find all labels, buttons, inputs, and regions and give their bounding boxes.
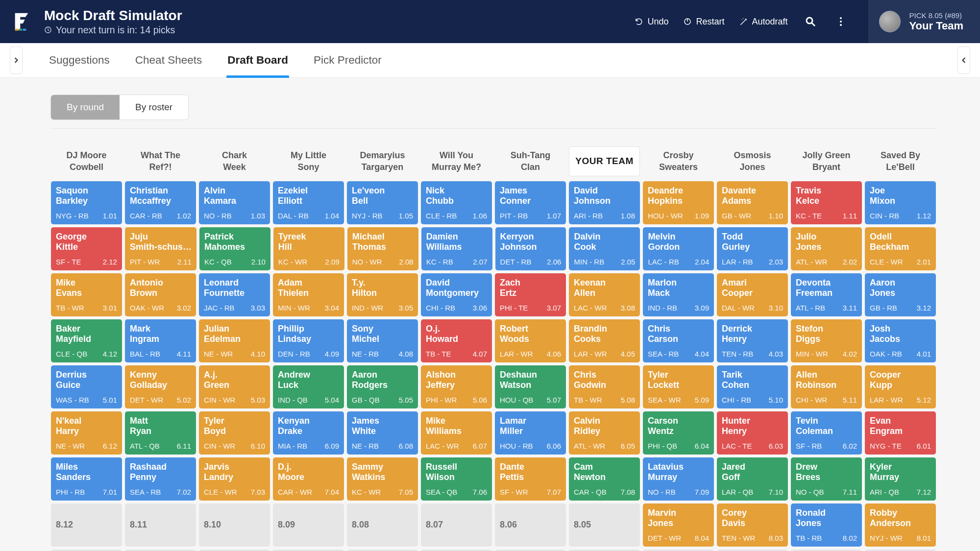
- player-card[interactable]: ChrisGodwinTB - WR5.08: [569, 365, 640, 408]
- player-card[interactable]: JaredGoffLAR - QB7.10: [717, 457, 788, 501]
- player-card[interactable]: MichaelThomasNO - WR2.08: [347, 227, 418, 270]
- player-card[interactable]: CooperKuppLAR - WR5.12: [865, 365, 936, 408]
- player-card[interactable]: RussellWilsonSEA - QB7.06: [421, 457, 492, 501]
- player-card[interactable]: BrandinCooksLAR - WR4.05: [569, 319, 640, 362]
- player-card[interactable]: LeonardFournetteJAC - RB3.03: [199, 273, 270, 316]
- tab-draft-board[interactable]: Draft Board: [226, 43, 289, 77]
- player-card[interactable]: DavidMontgomeryCHI - RB3.06: [421, 273, 492, 316]
- player-card[interactable]: DavidJohnsonARI - RB1.08: [569, 181, 640, 224]
- player-card[interactable]: MikeEvansTB - WR3.01: [51, 273, 122, 316]
- player-card[interactable]: CamNewtonCAR - QB7.08: [569, 457, 640, 501]
- player-card[interactable]: AaronJonesGB - RB3.12: [865, 273, 936, 316]
- player-card[interactable]: ChrisCarsonSEA - RB4.04: [643, 319, 714, 362]
- player-card[interactable]: ToddGurleyLAR - RB2.03: [717, 227, 788, 270]
- player-card[interactable]: CalvinRidleyATL - WR6.05: [569, 411, 640, 455]
- player-card[interactable]: TevinColemanSF - RB6.02: [791, 411, 862, 455]
- player-card[interactable]: O.j.HowardTB - TE4.07: [421, 319, 492, 362]
- player-card[interactable]: EvanEngramNYG - TE6.01: [865, 411, 936, 455]
- player-card[interactable]: DerriusGuiceWAS - RB5.01: [51, 365, 122, 408]
- player-card[interactable]: D.j.MooreCAR - WR7.04: [273, 457, 344, 501]
- player-card[interactable]: MikeWilliamsLAC - WR6.07: [421, 411, 492, 455]
- expand-right-panel[interactable]: [957, 47, 970, 74]
- tab-pick-predictor[interactable]: Pick Predictor: [313, 43, 383, 77]
- player-card[interactable]: DalvinCookMIN - RB2.05: [569, 227, 640, 270]
- more-menu-button[interactable]: [833, 14, 849, 29]
- player-card[interactable]: AdamThielenMIN - WR3.04: [273, 273, 344, 316]
- player-card[interactable]: RobbyAndersonNYJ - WR8.01: [865, 503, 936, 547]
- player-card[interactable]: JulioJonesATL - WR2.02: [791, 227, 862, 270]
- player-card[interactable]: DavanteAdamsGB - WR1.10: [717, 181, 788, 224]
- player-card[interactable]: MarlonMackIND - RB3.09: [643, 273, 714, 316]
- player-card[interactable]: ZachErtzPHI - TE3.07: [495, 273, 566, 316]
- player-card[interactable]: JamesWhiteNE - RB6.08: [347, 411, 418, 455]
- player-card[interactable]: PatrickMahomesKC - QB2.10: [199, 227, 270, 270]
- player-card[interactable]: AaronRodgersGB - QB5.05: [347, 365, 418, 408]
- player-card[interactable]: AlshonJefferyPHI - WR5.06: [421, 365, 492, 408]
- player-card[interactable]: DantePettisSF - WR7.07: [495, 457, 566, 501]
- player-card[interactable]: SaquonBarkleyNYG - RB1.01: [51, 181, 122, 224]
- player-card[interactable]: TravisKelceKC - TE1.11: [791, 181, 862, 224]
- player-card[interactable]: DeandreHopkinsHOU - WR1.09: [643, 181, 714, 224]
- player-card[interactable]: TylerLockettSEA - WR5.09: [643, 365, 714, 408]
- player-card[interactable]: KenyanDrakeMIA - RB6.09: [273, 411, 344, 455]
- player-card[interactable]: DamienWilliamsKC - RB2.07: [421, 227, 492, 270]
- player-card[interactable]: RobertWoodsLAR - WR4.06: [495, 319, 566, 362]
- toggle-by-round[interactable]: By round: [51, 95, 120, 120]
- player-card[interactable]: KerryonJohnsonDET - RB2.06: [495, 227, 566, 270]
- player-card[interactable]: NickChubbCLE - RB1.06: [421, 181, 492, 224]
- player-card[interactable]: JulianEdelmanNE - WR4.10: [199, 319, 270, 362]
- player-card[interactable]: KeenanAllenLAC - WR3.08: [569, 273, 640, 316]
- player-card[interactable]: MelvinGordonLAC - RB2.04: [643, 227, 714, 270]
- your-team-summary[interactable]: PICK 8.05 (#89) Your Team: [868, 0, 980, 43]
- player-card[interactable]: JarvisLandryCLE - WR7.03: [199, 457, 270, 501]
- player-card[interactable]: CoreyDavisTEN - WR8.03: [717, 503, 788, 547]
- player-card[interactable]: HunterHenryLAC - TE6.03: [717, 411, 788, 455]
- tab-cheat-sheets[interactable]: Cheat Sheets: [134, 43, 203, 77]
- player-card[interactable]: Le'veonBellNYJ - RB1.05: [347, 181, 418, 224]
- autodraft-button[interactable]: Autodraft: [739, 17, 788, 27]
- toggle-by-roster[interactable]: By roster: [120, 95, 188, 120]
- player-card[interactable]: JujuSmith-schus…PIT - WR2.11: [125, 227, 196, 270]
- player-card[interactable]: JoshJacobsOAK - RB4.01: [865, 319, 936, 362]
- player-card[interactable]: RashaadPennySEA - RB7.02: [125, 457, 196, 501]
- player-card[interactable]: GeorgeKittleSF - TE2.12: [51, 227, 122, 270]
- player-card[interactable]: AmariCooperDAL - WR3.10: [717, 273, 788, 316]
- player-card[interactable]: MattRyanATL - QB6.11: [125, 411, 196, 455]
- player-card[interactable]: LataviusMurrayNO - RB7.09: [643, 457, 714, 501]
- player-card[interactable]: DeshaunWatsonHOU - QB5.07: [495, 365, 566, 408]
- player-card[interactable]: SammyWatkinsKC - WR7.05: [347, 457, 418, 501]
- search-button[interactable]: [803, 14, 818, 29]
- player-card[interactable]: BakerMayfieldCLE - QB4.12: [51, 319, 122, 362]
- player-card[interactable]: AndrewLuckIND - QB5.04: [273, 365, 344, 408]
- player-card[interactable]: TarikCohenCHI - RB5.10: [717, 365, 788, 408]
- player-card[interactable]: A.j.GreenCIN - WR5.03: [199, 365, 270, 408]
- player-card[interactable]: StefonDiggsMIN - WR4.02: [791, 319, 862, 362]
- player-card[interactable]: AlvinKamaraNO - RB1.03: [199, 181, 270, 224]
- tab-suggestions[interactable]: Suggestions: [48, 43, 111, 77]
- player-card[interactable]: DerrickHenryTEN - RB4.03: [717, 319, 788, 362]
- player-card[interactable]: T.y.HiltonIND - WR3.05: [347, 273, 418, 316]
- player-card[interactable]: DrewBreesNO - QB7.11: [791, 457, 862, 501]
- player-card[interactable]: KennyGolladayDET - WR5.02: [125, 365, 196, 408]
- player-card[interactable]: LamarMillerHOU - RB6.06: [495, 411, 566, 455]
- player-card[interactable]: MarvinJonesDET - WR8.04: [643, 503, 714, 547]
- player-card[interactable]: JoeMixonCIN - RB1.12: [865, 181, 936, 224]
- player-card[interactable]: MarkIngramBAL - RB4.11: [125, 319, 196, 362]
- player-card[interactable]: AntonioBrownOAK - WR3.02: [125, 273, 196, 316]
- player-card[interactable]: PhillipLindsayDEN - RB4.09: [273, 319, 344, 362]
- player-card[interactable]: AllenRobinsonCHI - WR5.11: [791, 365, 862, 408]
- player-card[interactable]: DevontaFreemanATL - RB3.11: [791, 273, 862, 316]
- player-card[interactable]: OdellBeckhamCLE - WR2.01: [865, 227, 936, 270]
- expand-left-panel[interactable]: [10, 47, 23, 74]
- player-card[interactable]: TyreekHillKC - WR2.09: [273, 227, 344, 270]
- undo-button[interactable]: Undo: [635, 17, 668, 27]
- player-card[interactable]: EzekielElliottDAL - RB1.04: [273, 181, 344, 224]
- player-card[interactable]: KylerMurrayARI - QB7.12: [865, 457, 936, 501]
- player-card[interactable]: ChristianMccaffreyCAR - RB1.02: [125, 181, 196, 224]
- player-card[interactable]: CarsonWentzPHI - QB6.04: [643, 411, 714, 455]
- player-card[interactable]: SonyMichelNE - RB4.08: [347, 319, 418, 362]
- player-card[interactable]: MilesSandersPHI - RB7.01: [51, 457, 122, 501]
- player-card[interactable]: N'kealHarryNE - WR6.12: [51, 411, 122, 455]
- player-card[interactable]: JamesConnerPIT - RB1.07: [495, 181, 566, 224]
- player-card[interactable]: TylerBoydCIN - WR6.10: [199, 411, 270, 455]
